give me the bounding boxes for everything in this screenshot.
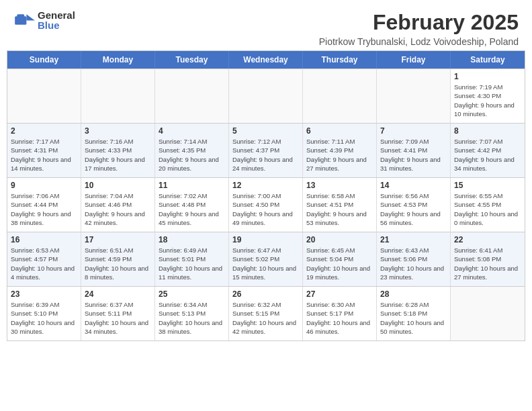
day-number: 5 (232, 126, 299, 136)
calendar-cell: 17Sunrise: 6:51 AM Sunset: 4:59 PM Dayli… (81, 232, 155, 286)
day-info: Sunrise: 6:30 AM Sunset: 5:17 PM Dayligh… (306, 300, 373, 336)
day-number: 23 (11, 289, 77, 299)
day-number: 10 (85, 181, 151, 190)
calendar-cell: 1Sunrise: 7:19 AM Sunset: 4:30 PM Daylig… (451, 69, 525, 123)
day-info: Sunrise: 6:55 AM Sunset: 4:55 PM Dayligh… (454, 191, 521, 227)
calendar-cell: 3Sunrise: 7:16 AM Sunset: 4:33 PM Daylig… (81, 124, 155, 177)
day-info: Sunrise: 6:43 AM Sunset: 5:06 PM Dayligh… (380, 246, 447, 281)
calendar-cell: 20Sunrise: 6:45 AM Sunset: 5:04 PM Dayli… (303, 232, 377, 286)
day-info: Sunrise: 6:45 AM Sunset: 5:04 PM Dayligh… (306, 246, 373, 281)
day-info: Sunrise: 6:37 AM Sunset: 5:11 PM Dayligh… (85, 300, 151, 336)
day-number: 20 (306, 235, 373, 244)
day-number: 11 (159, 181, 225, 190)
day-number: 27 (306, 289, 373, 299)
day-number: 6 (306, 126, 373, 136)
calendar-header-cell: Sunday (7, 51, 81, 68)
logo: General Blue (13, 10, 75, 30)
day-info: Sunrise: 6:49 AM Sunset: 5:01 PM Dayligh… (159, 246, 225, 281)
calendar-cell (377, 69, 451, 123)
day-number: 17 (85, 235, 151, 244)
calendar-cell: 26Sunrise: 6:32 AM Sunset: 5:15 PM Dayli… (229, 287, 303, 340)
title-block: February 2025 Piotrkow Trybunalski, Lodz… (319, 10, 519, 47)
day-info: Sunrise: 7:11 AM Sunset: 4:39 PM Dayligh… (306, 137, 373, 173)
calendar-header: SundayMondayTuesdayWednesdayThursdayFrid… (7, 51, 525, 68)
day-number: 7 (380, 126, 447, 136)
day-number: 15 (454, 181, 521, 190)
day-info: Sunrise: 7:19 AM Sunset: 4:30 PM Dayligh… (454, 83, 521, 118)
logo-blue: Blue (38, 20, 75, 30)
calendar-cell: 10Sunrise: 7:04 AM Sunset: 4:46 PM Dayli… (81, 178, 155, 232)
day-info: Sunrise: 7:04 AM Sunset: 4:46 PM Dayligh… (85, 191, 151, 227)
calendar-cell: 5Sunrise: 7:12 AM Sunset: 4:37 PM Daylig… (229, 124, 303, 177)
day-info: Sunrise: 7:14 AM Sunset: 4:35 PM Dayligh… (159, 137, 225, 173)
day-info: Sunrise: 6:53 AM Sunset: 4:57 PM Dayligh… (11, 246, 77, 281)
calendar-cell: 22Sunrise: 6:41 AM Sunset: 5:08 PM Dayli… (451, 232, 525, 286)
day-info: Sunrise: 6:58 AM Sunset: 4:51 PM Dayligh… (306, 191, 373, 227)
calendar-cell: 23Sunrise: 6:39 AM Sunset: 5:10 PM Dayli… (7, 287, 81, 340)
day-info: Sunrise: 6:34 AM Sunset: 5:13 PM Dayligh… (159, 300, 225, 336)
calendar-cell: 14Sunrise: 6:56 AM Sunset: 4:53 PM Dayli… (377, 178, 451, 232)
day-info: Sunrise: 6:32 AM Sunset: 5:15 PM Dayligh… (232, 300, 299, 336)
day-info: Sunrise: 7:02 AM Sunset: 4:48 PM Dayligh… (159, 191, 225, 227)
day-info: Sunrise: 6:56 AM Sunset: 4:53 PM Dayligh… (380, 191, 447, 227)
day-info: Sunrise: 7:09 AM Sunset: 4:41 PM Dayligh… (380, 137, 447, 173)
calendar-week: 2Sunrise: 7:17 AM Sunset: 4:31 PM Daylig… (7, 123, 525, 177)
calendar-cell: 4Sunrise: 7:14 AM Sunset: 4:35 PM Daylig… (155, 124, 229, 177)
page-header: General Blue February 2025 Piotrkow Tryb… (0, 0, 532, 50)
day-number: 2 (11, 126, 77, 136)
day-number: 3 (85, 126, 151, 136)
calendar-cell: 6Sunrise: 7:11 AM Sunset: 4:39 PM Daylig… (303, 124, 377, 177)
calendar-cell (7, 69, 81, 123)
calendar-cell (229, 69, 303, 123)
day-info: Sunrise: 6:41 AM Sunset: 5:08 PM Dayligh… (454, 246, 521, 281)
calendar-week: 16Sunrise: 6:53 AM Sunset: 4:57 PM Dayli… (7, 232, 525, 286)
calendar-header-cell: Tuesday (155, 51, 229, 68)
day-number: 4 (159, 126, 225, 136)
calendar-cell: 2Sunrise: 7:17 AM Sunset: 4:31 PM Daylig… (7, 124, 81, 177)
calendar-cell: 19Sunrise: 6:47 AM Sunset: 5:02 PM Dayli… (229, 232, 303, 286)
calendar-header-cell: Monday (81, 51, 155, 68)
day-info: Sunrise: 6:28 AM Sunset: 5:18 PM Dayligh… (380, 300, 447, 336)
day-info: Sunrise: 6:39 AM Sunset: 5:10 PM Dayligh… (11, 300, 77, 336)
day-number: 14 (380, 181, 447, 190)
day-info: Sunrise: 7:16 AM Sunset: 4:33 PM Dayligh… (85, 137, 151, 173)
calendar-week: 23Sunrise: 6:39 AM Sunset: 5:10 PM Dayli… (7, 286, 525, 340)
logo-general: General (38, 10, 75, 20)
calendar-cell: 25Sunrise: 6:34 AM Sunset: 5:13 PM Dayli… (155, 287, 229, 340)
day-number: 25 (159, 289, 225, 299)
calendar-cell: 16Sunrise: 6:53 AM Sunset: 4:57 PM Dayli… (7, 232, 81, 286)
calendar-cell: 21Sunrise: 6:43 AM Sunset: 5:06 PM Dayli… (377, 232, 451, 286)
calendar-cell: 9Sunrise: 7:06 AM Sunset: 4:44 PM Daylig… (7, 178, 81, 232)
day-number: 1 (454, 72, 521, 81)
calendar-header-cell: Friday (377, 51, 451, 68)
day-info: Sunrise: 7:12 AM Sunset: 4:37 PM Dayligh… (232, 137, 299, 173)
day-info: Sunrise: 7:07 AM Sunset: 4:42 PM Dayligh… (454, 137, 521, 173)
calendar-cell: 12Sunrise: 7:00 AM Sunset: 4:50 PM Dayli… (229, 178, 303, 232)
day-number: 21 (380, 235, 447, 244)
calendar-week: 1Sunrise: 7:19 AM Sunset: 4:30 PM Daylig… (7, 68, 525, 123)
calendar-cell (155, 69, 229, 123)
day-number: 12 (232, 181, 299, 190)
calendar-cell (81, 69, 155, 123)
day-info: Sunrise: 7:17 AM Sunset: 4:31 PM Dayligh… (11, 137, 77, 173)
day-number: 22 (454, 235, 521, 244)
day-number: 19 (232, 235, 299, 244)
calendar-cell (451, 287, 525, 340)
calendar-header-cell: Saturday (451, 51, 525, 68)
calendar-cell: 15Sunrise: 6:55 AM Sunset: 4:55 PM Dayli… (451, 178, 525, 232)
calendar-cell: 7Sunrise: 7:09 AM Sunset: 4:41 PM Daylig… (377, 124, 451, 177)
calendar: SundayMondayTuesdayWednesdayThursdayFrid… (7, 50, 525, 341)
day-info: Sunrise: 6:51 AM Sunset: 4:59 PM Dayligh… (85, 246, 151, 281)
day-number: 9 (11, 181, 77, 190)
calendar-cell: 13Sunrise: 6:58 AM Sunset: 4:51 PM Dayli… (303, 178, 377, 232)
main-title: February 2025 (319, 10, 519, 35)
subtitle: Piotrkow Trybunalski, Lodz Voivodeship, … (319, 36, 519, 47)
day-info: Sunrise: 7:06 AM Sunset: 4:44 PM Dayligh… (11, 191, 77, 227)
svg-rect-1 (17, 14, 24, 20)
day-number: 16 (11, 235, 77, 244)
day-info: Sunrise: 7:00 AM Sunset: 4:50 PM Dayligh… (232, 191, 299, 227)
day-number: 24 (85, 289, 151, 299)
day-info: Sunrise: 6:47 AM Sunset: 5:02 PM Dayligh… (232, 246, 299, 281)
logo-icon (15, 12, 35, 29)
day-number: 13 (306, 181, 373, 190)
